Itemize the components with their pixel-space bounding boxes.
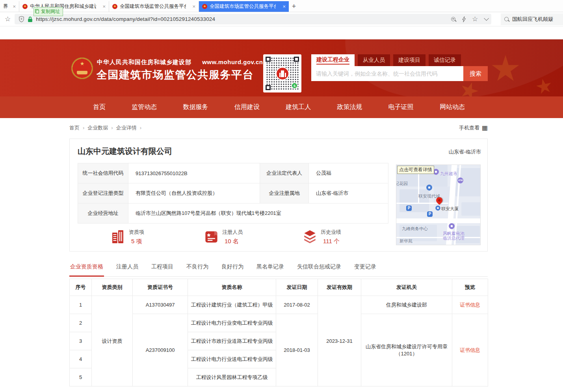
map-label-supermarket: 九州超市 [440, 171, 457, 177]
site-favicon-icon [202, 4, 207, 9]
address-value: 临沂市兰山区陶然路107号星河晶都（联安）现代城1号楼2201室 [128, 203, 388, 224]
search-tab-enterprise[interactable]: 建设工程企业 [311, 54, 355, 66]
browser-tab-partial[interactable]: 界 [0, 1, 19, 12]
tab-projects[interactable]: 工程项目 [151, 261, 174, 276]
chevron-down-icon[interactable] [484, 16, 489, 21]
legal-rep-value: 公茂福 [309, 163, 388, 183]
category-cell: 设计资质 [92, 296, 133, 386]
tab-title: 界 [3, 3, 8, 10]
nav-item-policy[interactable]: 政策法规 [337, 103, 362, 111]
close-icon[interactable] [10, 4, 16, 9]
close-icon[interactable] [280, 4, 286, 9]
browser-quick-search[interactable]: 国航回应飞机颠簸 [501, 13, 563, 25]
lightning-icon[interactable] [462, 16, 466, 22]
building-icon [111, 230, 125, 244]
table-header-row: 序号 资质类别 资质证书号 资质名称 发证日期 发证有效期 发证机关 预览 [70, 279, 488, 296]
validity-cell: 2023-12-31 [318, 296, 361, 386]
url-actions [451, 15, 487, 23]
tab-dishonesty[interactable]: 失信联合惩戒记录 [296, 261, 342, 276]
reg-region-value: 山东省-临沂市 [309, 183, 388, 203]
certificate-info-link[interactable]: 证书信息 [460, 347, 480, 353]
close-icon[interactable] [190, 4, 195, 9]
tab-qualifications[interactable]: 企业资质资格 [69, 261, 104, 277]
tab-registered-personnel[interactable]: 注册人员 [115, 261, 139, 276]
table-row: 企业登记注册类型 有限责任公司（自然人投资或控股） 企业注册属地 山东省-临沂市 [78, 183, 388, 203]
qr-code-icon[interactable] [482, 124, 488, 131]
tab-change-records[interactable]: 变更记录 [353, 261, 377, 276]
site-favicon-icon [22, 4, 28, 9]
breadcrumb-home[interactable]: 首页 [69, 124, 87, 131]
table-row: 2 A237009100 工程设计电力行业变电工程专业丙级 2018-01-03… [70, 314, 488, 332]
certificate-info-link[interactable]: 证书信息 [460, 302, 480, 308]
map-label-battery-2: 临沂总代理 [443, 235, 465, 241]
stat-registered-personnel[interactable]: 注册人员10 名 [204, 229, 243, 245]
browser-tab-1[interactable]: 中华人民共和国住房和城乡建设 [19, 1, 109, 12]
nav-item-data-service[interactable]: 数据服务 [183, 103, 208, 111]
header-qr-code: s [263, 54, 301, 92]
new-tab-button[interactable] [289, 2, 299, 12]
stat-historical-performance[interactable]: 历史业绩111 个 [303, 229, 341, 245]
qr-center-logo-icon [276, 67, 289, 80]
zoom-out-icon[interactable] [451, 17, 456, 22]
main-navigation: 首页 监管动态 数据服务 信用建设 建筑工人 政策法规 电子证照 网站动态 [0, 96, 563, 118]
authority-cell: 山东省住房和城乡建设厅许可专用章 （1201） [361, 314, 452, 386]
url-text[interactable]: https://jzsc.mohurd.gov.cn/data/company/… [36, 16, 215, 22]
ministry-line: 中华人民共和国住房和城乡建设部 www.mohurd.gov.cn [97, 59, 263, 66]
stat-qualifications[interactable]: 资质项5 项 [111, 229, 144, 245]
nav-item-home[interactable]: 首页 [93, 103, 106, 111]
https-lock-icon [28, 16, 33, 22]
company-info-table: 统一社会信用代码 91371302675501022B 企业法定代表人 公茂福 … [78, 163, 388, 224]
map-tooltip: 点击可查看详情 [397, 166, 434, 174]
bookmark-star-icon[interactable] [5, 15, 11, 23]
table-row: 统一社会信用代码 91371302675501022B 企业法定代表人 公茂福 [78, 163, 388, 183]
site-header-banner: 中华人民共和国住房和城乡建设部 www.mohurd.gov.cn 全国建筑市场… [0, 39, 563, 96]
parking-icon: P [406, 205, 412, 211]
ministry-name: 中华人民共和国住房和城乡建设部 [97, 59, 191, 65]
company-name: 山东中元建筑设计有限公司 [78, 146, 172, 157]
national-emblem-icon [71, 57, 93, 79]
nav-item-supervision[interactable]: 监管动态 [132, 103, 157, 111]
nav-item-workers[interactable]: 建筑工人 [286, 103, 311, 111]
tab-blacklist[interactable]: 黑名单记录 [256, 261, 285, 276]
search-tab-credit[interactable]: 诚信记录 [429, 54, 461, 66]
tab-bad-behavior[interactable]: 不良行为 [186, 261, 209, 276]
close-icon[interactable] [100, 4, 106, 9]
browser-tab-2[interactable]: 全国建筑市场监管公共服务平台 [109, 1, 199, 12]
tab-title: 全国建筑市场监管公共服务平台 [120, 3, 186, 10]
battery-poi-icon [449, 223, 455, 229]
quick-search-text[interactable]: 国航回应飞机颠簸 [512, 16, 553, 23]
search-tab-personnel[interactable]: 从业人员 [358, 54, 390, 66]
breadcrumb-company-data[interactable]: 企业数据 [87, 124, 116, 131]
search-icon [504, 17, 509, 22]
nav-item-license[interactable]: 电子证照 [388, 103, 414, 111]
qr-pattern: s [266, 57, 299, 90]
tower-poi-icon [435, 205, 440, 211]
keyword-search-input[interactable] [311, 66, 463, 81]
header-search-module: 建设工程企业 从业人员 建设项目 诚信记录 搜索 [311, 54, 488, 81]
star-decoration-icon [535, 77, 553, 96]
tab-title: 全国建筑市场监管公共服务平台 [210, 3, 276, 10]
residence-poi-icon [426, 185, 432, 190]
copy-icon [36, 10, 39, 13]
qr-miniprogram-icon: s [291, 82, 298, 89]
url-field[interactable]: https://jzsc.mohurd.gov.cn/data/company/… [15, 14, 491, 24]
favorite-star-icon[interactable] [472, 15, 478, 23]
nav-item-credit[interactable]: 信用建设 [234, 103, 260, 111]
page: 界 中华人民共和国住房和城乡建设 全国建筑市场监管公共服务平台 全国建筑市场监管… [0, 0, 563, 392]
map-label-xinhua: 新华苑 [399, 238, 412, 244]
company-card: 山东中元建筑设计有限公司 山东省-临沂市 统一社会信用代码 9137130267… [69, 139, 488, 251]
parking-icon: P [427, 211, 433, 217]
mobile-view-label[interactable]: 手机查看 [459, 124, 479, 131]
browser-tab-active[interactable]: 全国建筑市场监管公共服务平台 [199, 1, 289, 12]
tab-good-behavior[interactable]: 良好行为 [221, 261, 244, 276]
map-label-business-center: 九峰商务中心 [402, 226, 428, 232]
search-tab-project[interactable]: 建设项目 [393, 54, 426, 66]
ministry-site-url: www.mohurd.gov.cn [202, 59, 263, 65]
map-label-garden: 纪花园 [396, 181, 408, 187]
nav-item-news[interactable]: 网站动态 [440, 103, 465, 111]
search-button[interactable]: 搜索 [463, 66, 488, 81]
location-map[interactable]: 点击可查看详情 九州超市 ATM 纪花园 联安现代城 联安大厦 P P 九峰商务… [396, 165, 481, 245]
browser-address-bar: https://jzsc.mohurd.gov.cn/data/company/… [0, 12, 563, 26]
breadcrumb: 首页 企业数据 企业详情 手机查看 [69, 124, 488, 131]
company-stats: 资质项5 项 注册人员10 名 历史业绩111 个 [78, 229, 388, 245]
